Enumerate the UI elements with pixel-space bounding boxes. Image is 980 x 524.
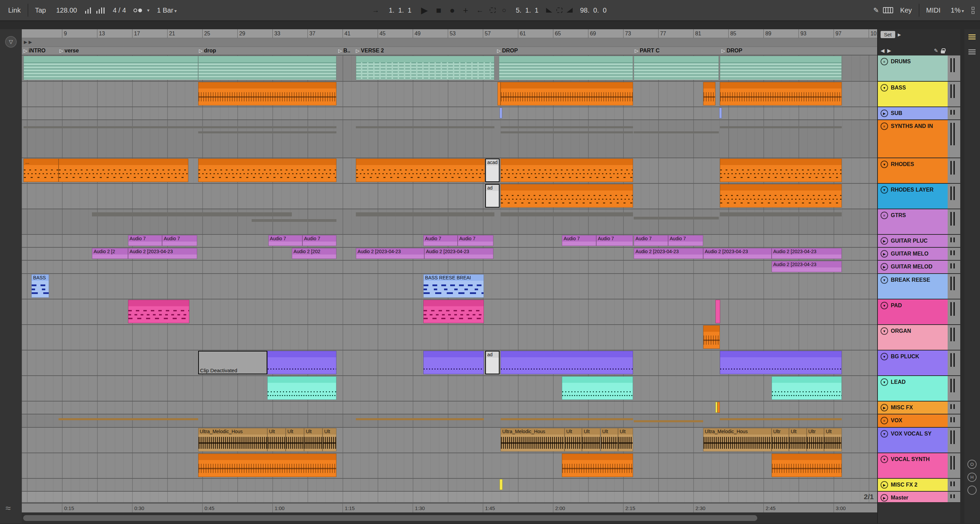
- clip[interactable]: Audio 2 [2023-04-23: [356, 248, 424, 259]
- clip[interactable]: [499, 56, 633, 80]
- clip[interactable]: [356, 159, 485, 182]
- bar-tick[interactable]: 21: [167, 29, 175, 38]
- track-fold-icon[interactable]: ▼: [881, 276, 888, 284]
- track-lane[interactable]: [22, 120, 877, 158]
- clip[interactable]: BASS REESE BREAI: [423, 274, 484, 298]
- track-lane[interactable]: Audio 7Audio 7Audio 7Audio 7Audio 7Audio…: [22, 235, 877, 248]
- mini-clip[interactable]: [356, 212, 495, 216]
- mini-clip[interactable]: [24, 126, 198, 128]
- clip[interactable]: [720, 159, 842, 182]
- track-fold-icon[interactable]: ▼: [881, 302, 888, 309]
- track-lane[interactable]: [22, 299, 877, 325]
- track-fold-icon[interactable]: ▶: [881, 494, 888, 502]
- clip[interactable]: Audio 7: [162, 235, 197, 246]
- track-lane[interactable]: ...acad: [22, 158, 877, 184]
- clip[interactable]: Ultr: [772, 428, 789, 451]
- bar-tick[interactable]: 73: [623, 29, 631, 38]
- track-lane[interactable]: [22, 453, 877, 479]
- time-label[interactable]: 2:45: [764, 503, 775, 513]
- track-lane[interactable]: [22, 209, 877, 235]
- bar-tick[interactable]: 97: [834, 29, 842, 38]
- clip[interactable]: Clip Deactivated: [198, 351, 267, 374]
- link-button[interactable]: Link: [5, 5, 24, 16]
- clip[interactable]: [720, 56, 842, 80]
- track-fold-icon[interactable]: ▶: [881, 250, 888, 257]
- clip[interactable]: Ult: [565, 428, 582, 451]
- mini-clip[interactable]: [356, 126, 495, 128]
- clip[interactable]: Audio 7: [302, 235, 336, 246]
- clip[interactable]: [772, 376, 842, 400]
- track-header[interactable]: ▼PAD: [878, 299, 948, 325]
- track-header[interactable]: ≡DRUMS: [878, 56, 948, 82]
- bar-tick[interactable]: 81: [693, 29, 701, 38]
- track-lane[interactable]: [22, 56, 877, 82]
- overdub-button[interactable]: +: [461, 5, 470, 16]
- mini-clip[interactable]: [634, 420, 703, 422]
- mini-clip[interactable]: [356, 418, 484, 420]
- clip[interactable]: Ult: [824, 428, 842, 451]
- clip[interactable]: [198, 159, 337, 182]
- track-fold-icon[interactable]: ≡: [881, 417, 888, 424]
- automation-pencil-icon[interactable]: ✎: [934, 48, 938, 54]
- time-signature-display[interactable]: 4 / 4: [109, 5, 129, 16]
- clip[interactable]: [703, 325, 720, 349]
- clip[interactable]: [423, 300, 484, 323]
- mini-clip[interactable]: [198, 126, 337, 128]
- clip[interactable]: [198, 454, 337, 477]
- track-fold-icon[interactable]: ▼: [881, 327, 888, 335]
- clip[interactable]: [267, 376, 336, 400]
- track-lane[interactable]: [22, 479, 877, 492]
- clip[interactable]: ad: [485, 351, 500, 374]
- loop-start-display[interactable]: 5. 1. 1: [512, 5, 542, 16]
- clip[interactable]: [716, 300, 720, 323]
- track-lane[interactable]: Audio 2 [2Audio 2 [2023-04-23Audio 2 [20…: [22, 248, 877, 260]
- mini-clip[interactable]: [634, 131, 719, 133]
- loop-length-display[interactable]: 98. 0. 0: [576, 5, 610, 16]
- clip[interactable]: [423, 351, 484, 374]
- clip[interactable]: [501, 184, 633, 208]
- clip[interactable]: Ultr: [807, 428, 824, 451]
- track-lane[interactable]: Clip Deactivatedad: [22, 351, 877, 376]
- track-header[interactable]: ▶GUITAR MELOD: [878, 260, 948, 274]
- bar-tick[interactable]: 69: [588, 29, 596, 38]
- bar-tick[interactable]: 65: [553, 29, 561, 38]
- track-lane[interactable]: [22, 325, 877, 351]
- track-lane[interactable]: [22, 402, 877, 414]
- returns-section-toggle[interactable]: H: [967, 473, 977, 482]
- track-fold-icon[interactable]: ▼: [881, 160, 888, 168]
- time-label[interactable]: 0:30: [132, 503, 144, 513]
- clip[interactable]: [24, 56, 198, 80]
- clip[interactable]: [720, 351, 842, 374]
- track-lane[interactable]: [22, 107, 877, 120]
- mini-clip[interactable]: [198, 131, 337, 133]
- track-header[interactable]: ▼LEAD: [878, 376, 948, 402]
- time-label[interactable]: 1:00: [272, 503, 284, 513]
- clip[interactable]: [501, 351, 633, 374]
- track-header[interactable]: ▶MISC FX: [878, 402, 948, 414]
- play-button[interactable]: ▶: [419, 5, 430, 16]
- bar-tick[interactable]: 77: [658, 29, 666, 38]
- clip[interactable]: Ult: [267, 428, 286, 451]
- mini-clip[interactable]: [501, 131, 633, 133]
- time-label[interactable]: 0:45: [202, 503, 214, 513]
- locator-flag[interactable]: ▷DROP: [722, 48, 742, 54]
- clip[interactable]: Ult: [789, 428, 807, 451]
- loop-button[interactable]: ○: [500, 5, 508, 15]
- locator-flag[interactable]: ▷iNTRO: [24, 48, 46, 54]
- clip[interactable]: [500, 108, 502, 118]
- mini-clip[interactable]: [59, 418, 198, 420]
- bar-tick[interactable]: 37: [307, 29, 315, 38]
- track-header[interactable]: ≡SYNTHS AND IN: [878, 120, 948, 158]
- track-fold-icon[interactable]: ▶: [881, 110, 888, 117]
- bar-tick[interactable]: 61: [518, 29, 526, 38]
- clip[interactable]: [198, 56, 337, 80]
- clip[interactable]: Audio 2 [2023-04-23: [772, 261, 842, 272]
- key-map-button[interactable]: Key: [897, 5, 914, 16]
- clip[interactable]: Audio 7: [634, 235, 668, 246]
- clip[interactable]: Ultra_Melodic_Hous: [703, 428, 772, 451]
- track-header[interactable]: ▶Master: [878, 492, 948, 503]
- track-fold-icon[interactable]: ≡: [881, 58, 888, 65]
- song-start-marker-icon[interactable]: ▶: [24, 40, 27, 44]
- midi-map-button[interactable]: MIDI: [923, 5, 943, 16]
- time-label[interactable]: 1:30: [413, 503, 425, 513]
